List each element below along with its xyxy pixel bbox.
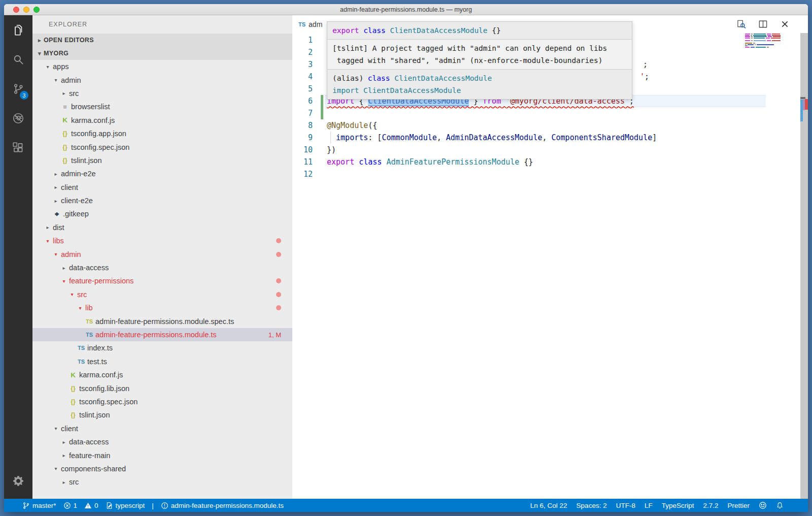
section-myorg[interactable]: ▾ MYORG bbox=[32, 47, 292, 60]
status-item[interactable]: LF bbox=[645, 502, 653, 509]
line-number[interactable]: 1 bbox=[292, 34, 313, 46]
tree-item-admin[interactable]: ▾admin bbox=[32, 247, 292, 261]
minimize-window-button[interactable] bbox=[23, 7, 29, 13]
code-editor[interactable]: 123456789101112 ;';import { ClientDataAc… bbox=[292, 33, 808, 499]
status-item[interactable]: 2.7.2 bbox=[703, 502, 718, 509]
tree-item-browserslist[interactable]: ≡browserslist bbox=[32, 100, 292, 113]
line-number[interactable]: 5 bbox=[292, 83, 313, 95]
tree-item-client[interactable]: ▸client bbox=[32, 181, 292, 194]
section-open-editors[interactable]: ▸ OPEN EDITORS bbox=[32, 34, 292, 47]
debug-icon[interactable] bbox=[4, 104, 32, 133]
open-changes-icon[interactable] bbox=[736, 19, 746, 29]
tree-item-tsconfig-app-json[interactable]: {}tsconfig.app.json bbox=[32, 127, 292, 140]
line-number[interactable]: 3 bbox=[292, 58, 313, 71]
close-icon[interactable] bbox=[780, 19, 790, 29]
code-line-8[interactable]: @NgModule({ bbox=[327, 119, 808, 132]
status-item-warning[interactable]: 0 bbox=[84, 502, 98, 509]
zoom-window-button[interactable] bbox=[33, 7, 40, 13]
status-item-bell[interactable] bbox=[776, 502, 784, 509]
tree-item-libs[interactable]: ▾libs bbox=[32, 234, 292, 247]
tree-item-client-e2e[interactable]: ▸client-e2e bbox=[32, 194, 292, 207]
settings-gear-icon[interactable] bbox=[4, 466, 32, 496]
status-item-branch[interactable]: master* bbox=[22, 502, 56, 509]
twisty-open-icon[interactable]: ▾ bbox=[52, 426, 60, 431]
twisty-open-icon[interactable]: ▾ bbox=[44, 238, 52, 244]
line-number[interactable]: 7 bbox=[292, 107, 313, 119]
twisty-open-icon[interactable]: ▾ bbox=[52, 77, 60, 83]
source-control-icon[interactable]: 3 bbox=[4, 74, 32, 104]
twisty-closed-icon[interactable]: ▸ bbox=[60, 453, 68, 458]
status-item-smiley[interactable] bbox=[759, 501, 767, 509]
tree-item-admin-feature-permissions-module-spec-ts[interactable]: TSadmin-feature-permissions.module.spec.… bbox=[32, 314, 292, 328]
code-line-10[interactable]: }) bbox=[327, 144, 808, 156]
tree-item-dist[interactable]: ▸dist bbox=[32, 221, 292, 234]
tree-item-tslint-json[interactable]: {}tslint.json bbox=[32, 408, 292, 422]
twisty-open-icon[interactable]: ▾ bbox=[52, 251, 60, 257]
twisty-closed-icon[interactable]: ▸ bbox=[60, 439, 68, 445]
tree-item-index-ts[interactable]: TSindex.ts bbox=[32, 341, 292, 354]
twisty-closed-icon[interactable]: ▸ bbox=[60, 90, 68, 96]
tree-item-src[interactable]: ▸src bbox=[32, 475, 292, 489]
tree-item-src[interactable]: ▾src bbox=[32, 288, 292, 301]
status-item-excl[interactable]: admin-feature-permissions.module.ts bbox=[161, 502, 284, 509]
tree-item-karma-conf-js[interactable]: Kkarma.conf.js bbox=[32, 114, 292, 127]
tree-item-lib[interactable]: ▾lib bbox=[32, 301, 292, 314]
status-item[interactable]: Spaces: 2 bbox=[577, 502, 607, 509]
tree-item-src[interactable]: ▸src bbox=[32, 87, 292, 100]
line-number[interactable]: 9 bbox=[292, 132, 313, 144]
code-line-9[interactable]: imports: [CommonModule, AdminDataAccessM… bbox=[327, 132, 808, 144]
twisty-closed-icon[interactable]: ▸ bbox=[52, 198, 60, 204]
tree-item-admin-feature-permissions-module-ts[interactable]: TSadmin-feature-permissions.module.ts1, … bbox=[32, 328, 292, 341]
twisty-open-icon[interactable]: ▾ bbox=[44, 64, 52, 70]
tree-item-tsconfig-lib-json[interactable]: {}tsconfig.lib.json bbox=[32, 381, 292, 395]
line-number[interactable]: 2 bbox=[292, 46, 313, 58]
split-editor-icon[interactable] bbox=[758, 19, 768, 29]
tree-item-karma-conf-js[interactable]: Kkarma.conf.js bbox=[32, 368, 292, 381]
tree-item-feature-main[interactable]: ▸feature-main bbox=[32, 448, 292, 462]
tree-item-admin-e2e[interactable]: ▸admin-e2e bbox=[32, 167, 292, 180]
twisty-closed-icon[interactable]: ▸ bbox=[52, 184, 60, 190]
status-item[interactable]: TypeScript bbox=[662, 502, 694, 509]
code-line-12[interactable] bbox=[327, 168, 808, 180]
twisty-open-icon[interactable]: ▾ bbox=[68, 292, 76, 297]
tree-item-tslint-json[interactable]: {}tslint.json bbox=[32, 154, 292, 167]
tree-item-feature-permissions[interactable]: ▾feature-permissions bbox=[32, 274, 292, 287]
tree-item-test-ts[interactable]: TStest.ts bbox=[32, 355, 292, 368]
tree-item-apps[interactable]: ▾apps bbox=[32, 60, 292, 73]
search-icon[interactable] bbox=[4, 45, 32, 74]
explorer-icon[interactable] bbox=[4, 15, 32, 45]
tree-item-client[interactable]: ▾client bbox=[32, 422, 292, 435]
status-item-error[interactable]: 1 bbox=[63, 502, 78, 509]
tree-item-data-access[interactable]: ▸data-access bbox=[32, 435, 292, 448]
line-number[interactable]: 4 bbox=[292, 71, 313, 83]
twisty-open-icon[interactable]: ▾ bbox=[52, 466, 60, 471]
status-item[interactable]: Prettier bbox=[727, 502, 750, 509]
status-item[interactable]: Ln 6, Col 22 bbox=[530, 502, 567, 509]
line-number[interactable]: 11 bbox=[292, 156, 313, 168]
tree-item--gitkeep[interactable]: ◆.gitkeep bbox=[32, 207, 292, 220]
tree-item-tsconfig-spec-json[interactable]: {}tsconfig.spec.json bbox=[32, 395, 292, 408]
twisty-closed-icon[interactable]: ▸ bbox=[60, 479, 68, 485]
line-number[interactable]: 10 bbox=[292, 144, 313, 156]
minimap[interactable] bbox=[745, 34, 781, 51]
twisty-open-icon[interactable]: ▾ bbox=[76, 305, 84, 311]
overview-ruler[interactable] bbox=[800, 33, 808, 499]
code-line-11[interactable]: export class AdminFeaturePermissionsModu… bbox=[327, 156, 808, 168]
line-number[interactable]: 6 bbox=[292, 95, 313, 107]
tree-item-data-access[interactable]: ▸data-access bbox=[32, 261, 292, 274]
twisty-closed-icon[interactable]: ▸ bbox=[44, 224, 52, 230]
status-item-lint[interactable]: typescript bbox=[106, 502, 145, 509]
tree-item-components-shared[interactable]: ▾components-shared bbox=[32, 462, 292, 475]
tree-item-admin[interactable]: ▾admin bbox=[32, 73, 292, 86]
tab-admin-feature-permissions[interactable]: TS adm bbox=[298, 15, 322, 33]
extensions-icon[interactable] bbox=[4, 133, 32, 163]
tree-item-tsconfig-spec-json[interactable]: {}tsconfig.spec.json bbox=[32, 140, 292, 153]
twisty-open-icon[interactable]: ▾ bbox=[60, 278, 68, 284]
twisty-closed-icon[interactable]: ▸ bbox=[60, 265, 68, 271]
line-number[interactable]: 12 bbox=[292, 168, 313, 180]
code-line-7[interactable] bbox=[327, 107, 808, 119]
status-item[interactable]: UTF-8 bbox=[616, 502, 635, 509]
line-number-gutter[interactable]: 123456789101112 bbox=[292, 34, 313, 180]
twisty-closed-icon[interactable]: ▸ bbox=[52, 171, 60, 177]
line-number[interactable]: 8 bbox=[292, 119, 313, 132]
